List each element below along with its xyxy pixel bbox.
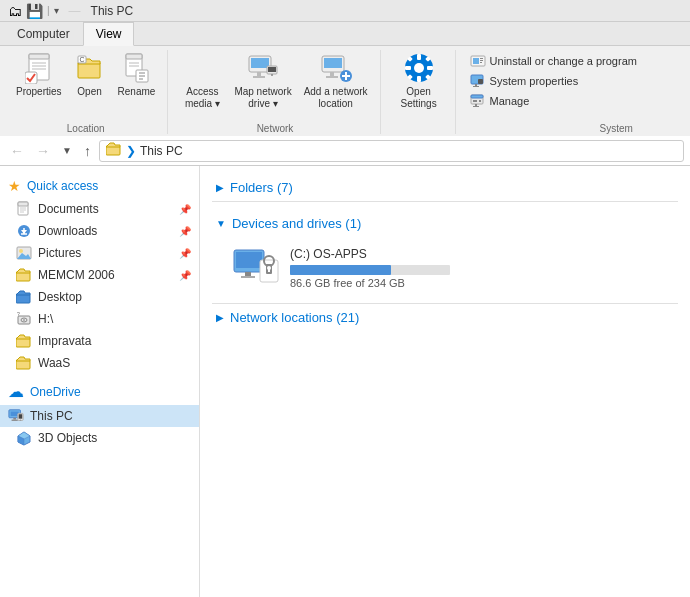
documents-label: Documents — [38, 202, 99, 216]
folders-section-header[interactable]: ▶ Folders (7) — [212, 174, 678, 202]
tb-separator: | — [47, 5, 50, 16]
manage-button[interactable]: Manage — [466, 92, 641, 110]
rename-button[interactable]: Rename — [114, 50, 160, 100]
main-content: ★ Quick access Documents 📌 — [0, 166, 690, 597]
svg-point-86 — [20, 419, 21, 420]
map-network-drive-label: Map network drive ▾ — [234, 86, 291, 110]
map-network-drive-button[interactable]: Map network drive ▾ — [230, 50, 295, 112]
svg-rect-52 — [478, 79, 483, 84]
title-bar-separator: — — [69, 4, 81, 18]
svg-rect-50 — [475, 84, 477, 86]
sidebar-item-h-drive[interactable]: ? H:\ — [0, 308, 199, 330]
properties-button[interactable]: Properties — [12, 50, 66, 100]
location-group-label: Location — [12, 121, 159, 134]
folders-toggle-icon: ▶ — [216, 182, 224, 193]
chevron-down-icon[interactable]: ▾ — [54, 5, 59, 16]
open-settings-label: Open Settings — [401, 86, 437, 110]
forward-button[interactable]: → — [32, 141, 54, 161]
map-network-drive-icon — [247, 52, 279, 84]
access-media-button[interactable]: Access media ▾ — [178, 50, 226, 112]
recent-locations-button[interactable]: ▼ — [58, 143, 76, 158]
c-drive-item[interactable]: (C:) OS-APPS 86.6 GB free of 234 GB — [228, 241, 678, 295]
open-button[interactable]: C Open — [70, 50, 110, 100]
ribbon-tabs: Computer View — [0, 22, 690, 46]
memcm-pin: 📌 — [179, 270, 191, 281]
manage-label: Manage — [490, 95, 530, 107]
properties-icon — [23, 52, 55, 84]
add-network-location-button[interactable]: Add a network location — [300, 50, 372, 112]
sidebar-section-quick-access[interactable]: ★ Quick access — [0, 174, 199, 198]
settings-buttons: Open Settings — [395, 50, 443, 134]
tab-view[interactable]: View — [83, 22, 135, 46]
system-properties-icon — [470, 73, 486, 89]
folders-section-title: Folders (7) — [230, 180, 293, 195]
svg-rect-10 — [126, 54, 142, 59]
svg-rect-28 — [324, 58, 342, 68]
window-title: This PC — [91, 4, 134, 18]
properties-label: Properties — [16, 86, 62, 98]
sidebar-item-desktop[interactable]: Desktop — [0, 286, 199, 308]
system-properties-label: System properties — [490, 75, 579, 87]
sidebar-item-this-pc[interactable]: This PC — [0, 405, 199, 427]
breadcrumb[interactable]: ❯ This PC — [99, 140, 684, 162]
sidebar-item-documents[interactable]: Documents 📌 — [0, 198, 199, 220]
up-button[interactable]: ↑ — [80, 141, 95, 161]
ribbon-group-open-settings: Open Settings — [383, 50, 456, 134]
network-section-title: Network locations (21) — [230, 310, 359, 325]
desktop-folder-icon — [16, 289, 32, 305]
sidebar-item-downloads[interactable]: Downloads 📌 — [0, 220, 199, 242]
svg-rect-83 — [12, 420, 18, 421]
svg-point-70 — [19, 249, 23, 253]
uninstall-button[interactable]: Uninstall or change a program — [466, 52, 641, 70]
svg-rect-25 — [268, 67, 276, 72]
svg-rect-30 — [326, 76, 338, 78]
pictures-label: Pictures — [38, 246, 81, 260]
uninstall-label: Uninstall or change a program — [490, 55, 637, 67]
documents-pin: 📌 — [179, 204, 191, 215]
sidebar-section-onedrive[interactable]: ☁ OneDrive — [0, 378, 199, 405]
sidebar-item-pictures[interactable]: Pictures 📌 — [0, 242, 199, 264]
c-drive-name: (C:) OS-APPS — [290, 247, 674, 261]
network-group-label: Network — [178, 121, 371, 134]
downloads-label: Downloads — [38, 224, 97, 238]
open-label: Open — [77, 86, 101, 98]
waas-label: WaaS — [38, 356, 70, 370]
svg-rect-93 — [241, 276, 255, 278]
back-button[interactable]: ← — [6, 141, 28, 161]
memcm-label: MEMCM 2006 — [38, 268, 115, 282]
tab-computer[interactable]: Computer — [4, 22, 83, 45]
title-bar-icons: 🗂 💾 | ▾ — [8, 3, 59, 19]
memcm-icon — [16, 267, 32, 283]
sidebar-item-impravata[interactable]: Impravata — [0, 330, 199, 352]
sidebar-item-memcm[interactable]: MEMCM 2006 📌 — [0, 264, 199, 286]
drive-tb-icon: 💾 — [26, 3, 43, 19]
sidebar: ★ Quick access Documents 📌 — [0, 166, 200, 597]
c-drive-space: 86.6 GB free of 234 GB — [290, 277, 674, 289]
quick-access-star-icon: ★ — [8, 178, 21, 194]
open-settings-button[interactable]: Open Settings — [395, 50, 443, 112]
devices-toggle-icon: ▼ — [216, 218, 226, 229]
breadcrumb-separator: ❯ — [126, 144, 136, 158]
breadcrumb-folder-icon — [106, 142, 122, 159]
network-locations-header[interactable]: ▶ Network locations (21) — [212, 303, 678, 331]
add-network-location-label: Add a network location — [304, 86, 368, 110]
devices-section-header[interactable]: ▼ Devices and drives (1) — [212, 210, 678, 237]
waas-icon — [16, 355, 32, 371]
svg-rect-91 — [236, 252, 262, 268]
quick-access-label: Quick access — [27, 179, 98, 193]
impravata-icon — [16, 333, 32, 349]
impravata-label: Impravata — [38, 334, 91, 348]
sidebar-item-waas[interactable]: WaaS — [0, 352, 199, 374]
network-toggle-icon: ▶ — [216, 312, 224, 323]
sidebar-item-3d-objects[interactable]: 3D Objects — [0, 427, 199, 449]
svg-rect-21 — [251, 58, 269, 68]
rename-label: Rename — [118, 86, 156, 98]
c-drive-bar-bg — [290, 265, 450, 275]
svg-point-26 — [271, 74, 273, 76]
system-properties-button[interactable]: System properties — [466, 72, 641, 90]
this-pc-label: This PC — [30, 409, 73, 423]
svg-rect-57 — [475, 104, 477, 106]
desktop-label: Desktop — [38, 290, 82, 304]
address-bar: ← → ▼ ↑ ❯ This PC — [0, 136, 690, 166]
svg-rect-36 — [417, 54, 421, 60]
